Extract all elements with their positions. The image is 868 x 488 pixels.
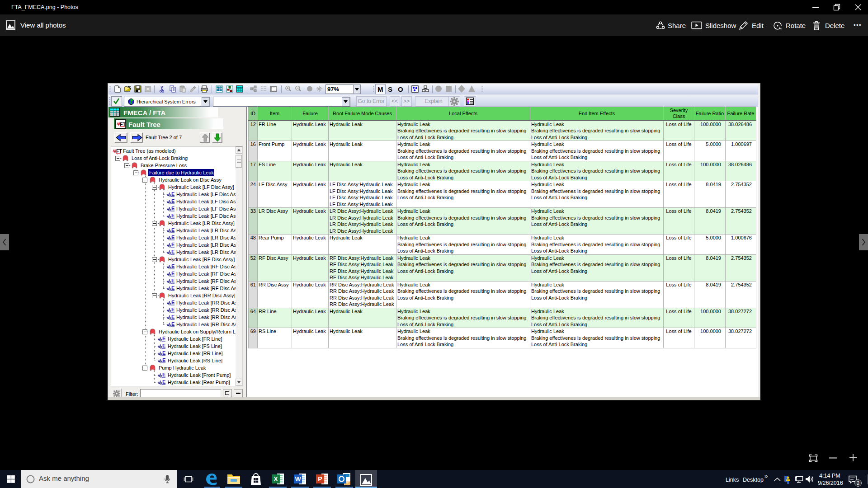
svg-text:Hydraulic Leak [RF Disc Assy]: Hydraulic Leak [RF Disc Assy] [176, 278, 236, 284]
svg-text:Hydraulic Leak [LF Disc Assy]: Hydraulic Leak [LF Disc Assy] [176, 199, 236, 204]
svg-text:E: E [162, 372, 165, 377]
svg-text:E: E [171, 307, 175, 312]
svg-text:Hydraulic Leak on Disc Assy: Hydraulic Leak on Disc Assy [159, 177, 222, 183]
svg-text:Hierarchical System Errors: Hierarchical System Errors [137, 99, 196, 104]
svg-text:Hydraulic Leak [RF Disc Assy]: Hydraulic Leak [RF Disc Assy] [168, 257, 235, 262]
svg-text:E: E [171, 249, 175, 254]
svg-text:Explain: Explain [425, 98, 442, 104]
svg-text:Hydraulic Leak [LR Disc Assy]: Hydraulic Leak [LR Disc Assy] [176, 249, 236, 255]
svg-text:Hydraulic Leak on Supply/Retur: Hydraulic Leak on Supply/Return Line [159, 329, 236, 334]
svg-text:Hydraulic Leak [LR Disc Assy]: Hydraulic Leak [LR Disc Assy] [168, 221, 235, 226]
svg-text:Hydraulic Leak [FS Line]: Hydraulic Leak [FS Line] [168, 343, 222, 349]
svg-text:E: E [171, 300, 175, 305]
svg-text:W: W [295, 475, 301, 483]
svg-text:X: X [274, 475, 278, 483]
svg-text:<<: << [392, 98, 398, 104]
svg-text:E: E [171, 321, 175, 327]
svg-text:Pump Hydraulic Leak: Pump Hydraulic Leak [159, 365, 206, 371]
svg-text:Hydraulic Leak [RR Disc Assy]: Hydraulic Leak [RR Disc Assy] [176, 307, 236, 313]
svg-text:E: E [171, 206, 175, 211]
svg-text:O: O [398, 85, 403, 93]
svg-text:E: E [171, 213, 175, 218]
svg-text:Brake Pressure Loss: Brake Pressure Loss [141, 163, 187, 168]
svg-text:E: E [171, 263, 175, 269]
svg-text:Hydraulic Leak [LR Disc Assy]: Hydraulic Leak [LR Disc Assy] [176, 228, 236, 233]
svg-text:Hydraulic Leak [RR Line]: Hydraulic Leak [RR Line] [168, 351, 223, 356]
svg-text:Hydraulic Leak [LF Disc Assy]: Hydraulic Leak [LF Disc Assy] [176, 192, 236, 197]
svg-text:Loss of Anti-Lock Braking: Loss of Anti-Lock Braking [132, 155, 188, 161]
svg-text:Hydraulic Leak [LR Disc Assy]: Hydraulic Leak [LR Disc Assy] [176, 242, 236, 248]
svg-text:P: P [318, 475, 322, 483]
svg-text:97%: 97% [327, 86, 339, 93]
svg-text:Fault Tree (as modeled): Fault Tree (as modeled) [123, 148, 176, 154]
svg-text:>>: >> [403, 98, 410, 104]
svg-text:Hydraulic Leak [RF Disc Assy]: Hydraulic Leak [RF Disc Assy] [176, 286, 236, 291]
svg-text:Hydraulic Leak [LR Disc Assy]: Hydraulic Leak [LR Disc Assy] [176, 235, 236, 240]
svg-text:Hydraulic Leak [RR Disc Assy]: Hydraulic Leak [RR Disc Assy] [176, 300, 236, 305]
svg-text:S: S [388, 85, 392, 93]
svg-text:E: E [171, 278, 175, 283]
svg-text:E: E [171, 314, 175, 319]
svg-text:FT: FT [116, 148, 122, 154]
svg-text:Hydraulic Leak [RS Line]: Hydraulic Leak [RS Line] [168, 358, 222, 363]
svg-text:E: E [171, 285, 175, 291]
svg-text:E: E [171, 271, 175, 276]
svg-text:E: E [162, 336, 165, 341]
svg-text:Hydraulic Leak [RF Disc Assy]: Hydraulic Leak [RF Disc Assy] [176, 271, 236, 277]
svg-text:E: E [162, 343, 165, 348]
svg-text:M: M [377, 85, 383, 93]
svg-text:E: E [162, 357, 165, 363]
svg-text:E: E [171, 235, 175, 240]
svg-text:E: E [162, 350, 165, 356]
svg-text:E: E [171, 242, 175, 247]
svg-text:Hydraulic Leak [FR Line]: Hydraulic Leak [FR Line] [168, 336, 222, 342]
svg-text:E: E [162, 379, 165, 385]
svg-text:Go to Error: Go to Error [358, 98, 384, 104]
svg-text:Hydraulic Leak [Front Pump]: Hydraulic Leak [Front Pump] [168, 372, 231, 378]
svg-text:Hydraulic Leak [Rear Pump]: Hydraulic Leak [Rear Pump] [168, 380, 230, 385]
svg-text:E: E [171, 191, 175, 197]
svg-text:Failure due to Hydraulic Leak: Failure due to Hydraulic Leak [149, 170, 214, 175]
svg-text:Hydraulic Leak [LF Disc Assy]: Hydraulic Leak [LF Disc Assy] [176, 206, 236, 211]
svg-text:E: E [171, 198, 175, 204]
svg-text:Hydraulic Leak [RF Disc Assy]: Hydraulic Leak [RF Disc Assy] [176, 264, 236, 269]
svg-text:Hydraulic Leak [LF Disc Assy]: Hydraulic Leak [LF Disc Assy] [176, 213, 236, 219]
svg-text:Hydraulic Leak [RR Disc Assy]: Hydraulic Leak [RR Disc Assy] [176, 314, 236, 320]
svg-text:FT: FT [120, 122, 126, 127]
svg-text:Hydraulic Leak [RR Disc Assy]: Hydraulic Leak [RR Disc Assy] [168, 293, 236, 298]
svg-text:Hydraulic Leak [RR Disc Assy]: Hydraulic Leak [RR Disc Assy] [176, 322, 236, 327]
svg-text:E: E [171, 227, 175, 233]
svg-text:Hydraulic Leak [LF Disc Assy]: Hydraulic Leak [LF Disc Assy] [168, 184, 234, 190]
